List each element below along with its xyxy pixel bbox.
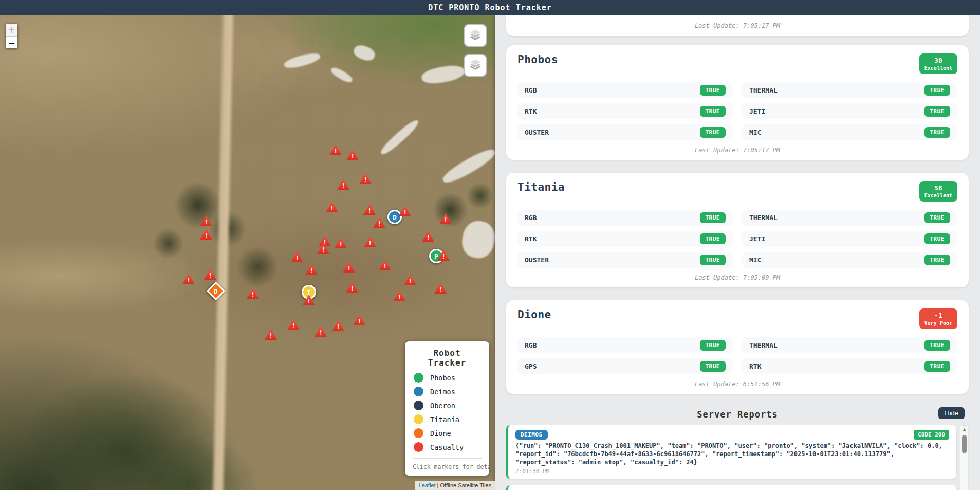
sensor-status-badge: TRUE xyxy=(700,340,726,351)
server-reports-title: Server Reports xyxy=(697,409,778,420)
sensor-label: JETI xyxy=(749,235,765,243)
legend-item-label: Deimos xyxy=(430,388,455,396)
exclamation-icon: ! xyxy=(443,217,447,223)
card-header: Dione -1 Very Poor xyxy=(517,308,957,329)
exclamation-icon: ! xyxy=(307,298,310,304)
sensor-status-badge: TRUE xyxy=(924,340,951,351)
server-reports-list[interactable]: DEIMOS CODE 200 {"run": "PRONTO_C130_Cra… xyxy=(506,425,969,490)
sensor-label: THERMAL xyxy=(749,86,778,94)
exclamation-icon: ! xyxy=(295,255,299,261)
map-zoom-control: + − xyxy=(6,24,17,48)
legend-item: Casualty xyxy=(414,442,480,452)
robot-marker-deimos[interactable]: D xyxy=(387,210,402,224)
card-header: Titania 56 Excellent xyxy=(517,181,957,202)
exclamation-icon: ! xyxy=(208,273,212,279)
sensor-label: JETI xyxy=(749,107,765,115)
sensor-status-badge: TRUE xyxy=(700,212,726,223)
sensor-grid: RGB TRUE THERMAL TRUE RTK TRUE JETI TRUE… xyxy=(517,210,957,268)
score-badge: 38 Excellent xyxy=(919,53,957,74)
reports-scrollbar[interactable]: ▲ ▼ xyxy=(960,425,969,490)
sensor-row: OUSTER TRUE xyxy=(517,252,733,268)
robot-status-card: Dione -1 Very Poor RGB TRUE THERMAL TRUE… xyxy=(506,300,969,394)
status-panel[interactable]: Last Update: 7:05:17 PM Phobos 38 Excell… xyxy=(495,15,980,490)
legend-item-label: Titania xyxy=(430,415,459,424)
sensor-status-badge: TRUE xyxy=(924,106,951,117)
sensor-grid: RGB TRUE THERMAL TRUE RTK TRUE JETI TRUE… xyxy=(517,82,957,140)
legend-item-label: Dione xyxy=(430,429,451,438)
leaflet-link[interactable]: Leaflet xyxy=(419,482,436,488)
sensor-status-badge: TRUE xyxy=(924,233,951,244)
legend-color-swatch xyxy=(414,414,423,424)
legend-item-label: Phobos xyxy=(430,374,455,382)
sensor-row: JETI TRUE xyxy=(742,231,957,247)
last-update: Last Update: 7:05:09 PM xyxy=(517,274,957,281)
server-report[interactable]: DEIMOS CODE 200 {"run": "PRONTO_C130_Cra… xyxy=(506,425,956,479)
layers-icon xyxy=(469,28,482,43)
sensor-status-badge: TRUE xyxy=(700,106,726,117)
sensor-label: RTK xyxy=(525,235,537,243)
exclamation-icon: ! xyxy=(330,205,334,211)
zoom-out-button[interactable]: − xyxy=(6,36,17,48)
exclamation-icon: ! xyxy=(377,221,381,227)
sensor-label: MIC xyxy=(749,129,761,136)
legend-item: Phobos xyxy=(414,373,480,383)
sensor-row: RGB TRUE xyxy=(517,82,733,98)
server-report[interactable]: PHOBOS CODE 200 {"run": "PRONTO_C130_Cra… xyxy=(506,485,956,490)
legend-title: Robot Tracker xyxy=(413,348,482,368)
layers-control-button[interactable] xyxy=(464,24,487,47)
exclamation-icon: ! xyxy=(204,232,208,239)
exclamation-icon: ! xyxy=(426,234,430,241)
last-update: Last Update: 7:05:17 PM xyxy=(695,22,780,29)
layers-control-button[interactable] xyxy=(464,54,487,77)
exclamation-icon: ! xyxy=(438,286,442,293)
exclamation-icon: ! xyxy=(251,292,254,298)
sensor-label: RTK xyxy=(525,107,537,115)
legend-color-swatch xyxy=(414,401,423,410)
sensor-row: MIC TRUE xyxy=(742,252,957,268)
sensor-row: GPS TRUE xyxy=(517,358,733,374)
legend-footnote: Click markers for details xyxy=(413,463,482,470)
scroll-up-icon[interactable]: ▲ xyxy=(960,427,968,432)
robot-name: Titania xyxy=(517,181,565,193)
score-value: 38 xyxy=(924,57,952,64)
legend-item: Titania xyxy=(414,414,480,424)
exclamation-icon: ! xyxy=(334,148,337,154)
sensor-row: RTK TRUE xyxy=(517,103,733,119)
legend-color-swatch xyxy=(414,442,423,452)
map-attribution: Leaflet | Offline Satellite Tiles xyxy=(415,481,495,490)
exclamation-icon: ! xyxy=(269,333,272,339)
sensor-grid: RGB TRUE THERMAL TRUE GPS TRUE RTK TRUE xyxy=(517,337,957,374)
sensor-label: MIC xyxy=(749,256,761,264)
score-value: 56 xyxy=(924,184,952,192)
scrollbar-thumb[interactable] xyxy=(962,435,967,453)
exclamation-icon: ! xyxy=(350,153,354,159)
sensor-row: OUSTER TRUE xyxy=(517,124,733,140)
attribution-separator: | xyxy=(436,482,440,488)
hide-reports-button[interactable]: Hide xyxy=(938,407,965,419)
sensor-label: GPS xyxy=(525,362,537,370)
zoom-in-button[interactable]: + xyxy=(6,24,17,36)
exclamation-icon: ! xyxy=(368,240,372,246)
map[interactable]: + − D P T D ! ! ! ! xyxy=(0,15,495,490)
exclamation-icon: ! xyxy=(363,177,367,183)
sensor-row: THERMAL TRUE xyxy=(742,82,957,98)
sensor-status-badge: TRUE xyxy=(700,127,726,138)
sensor-label: RGB xyxy=(525,341,537,349)
legend-color-swatch xyxy=(414,373,423,383)
exclamation-icon: ! xyxy=(397,294,401,300)
legend-item: Oberon xyxy=(414,401,480,410)
exclamation-icon: ! xyxy=(408,278,412,284)
exclamation-icon: ! xyxy=(319,330,322,336)
legend-item-label: Casualty xyxy=(430,443,464,451)
legend-item-label: Oberon xyxy=(430,402,455,410)
sensor-status-badge: TRUE xyxy=(924,127,951,138)
exclamation-icon: ! xyxy=(347,265,350,271)
sensor-status-badge: TRUE xyxy=(700,361,726,372)
sensor-row: RGB TRUE xyxy=(517,210,733,226)
legend-color-swatch xyxy=(414,387,423,396)
report-header: DEIMOS CODE 200 xyxy=(515,430,949,440)
sensor-status-badge: TRUE xyxy=(700,255,726,265)
sensor-row: JETI TRUE xyxy=(742,103,957,119)
app-title: DTC PRONTO Robot Tracker xyxy=(428,3,552,12)
score-badge: -1 Very Poor xyxy=(919,308,957,329)
